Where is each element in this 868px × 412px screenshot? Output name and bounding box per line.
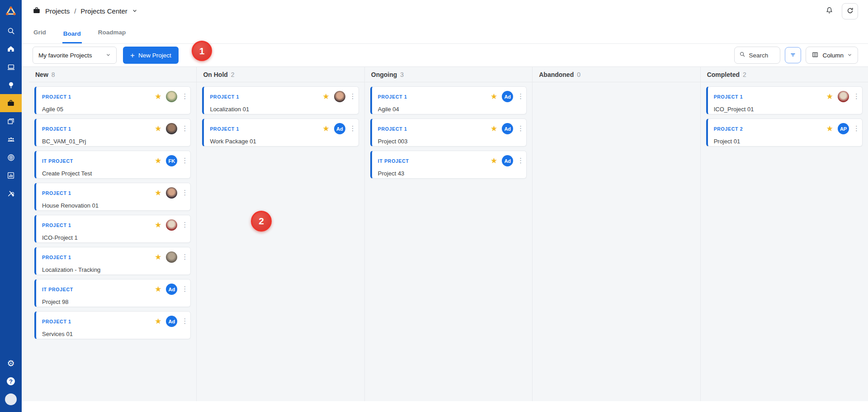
briefcase-icon — [33, 6, 41, 16]
kebab-menu-icon[interactable]: ⋮ — [181, 127, 186, 130]
sidebar-item-reports[interactable] — [0, 166, 22, 185]
tab-roadmap[interactable]: Roadmap — [97, 29, 127, 43]
star-icon[interactable]: ★ — [491, 93, 497, 100]
sidebar-item-help[interactable]: ? — [0, 372, 22, 390]
sidebar-item-workspace[interactable] — [0, 58, 22, 76]
kebab-menu-icon[interactable]: ⋮ — [181, 320, 186, 323]
project-card[interactable]: IT PROJECT ★ Ad ⋮ Project 98 — [34, 279, 191, 307]
column-view-select[interactable]: Column — [806, 47, 858, 64]
home-icon — [7, 45, 15, 53]
project-card[interactable]: PROJECT 1 ★ ⋮ Localization - Tracking — [34, 247, 191, 275]
star-icon[interactable]: ★ — [155, 125, 161, 133]
kebab-menu-icon[interactable]: ⋮ — [349, 95, 354, 98]
sidebar-item-projects[interactable] — [0, 94, 22, 112]
star-icon[interactable]: ★ — [491, 157, 497, 165]
assignee-avatar[interactable]: Ad — [502, 155, 513, 166]
assignee-avatar[interactable] — [166, 123, 177, 134]
search-input[interactable] — [749, 52, 776, 59]
chevron-down-icon[interactable] — [132, 7, 137, 15]
star-icon[interactable]: ★ — [155, 253, 161, 261]
kebab-menu-icon[interactable]: ⋮ — [517, 127, 522, 130]
sidebar-item-profile[interactable] — [0, 390, 22, 408]
kebab-menu-icon[interactable]: ⋮ — [181, 223, 186, 227]
project-card[interactable]: PROJECT 1 ★ Ad ⋮ Services 01 — [34, 311, 191, 339]
assignee-avatar[interactable]: Ad — [166, 316, 177, 327]
sidebar-item-admin-tools[interactable] — [0, 185, 22, 203]
tab-board[interactable]: Board — [62, 30, 82, 43]
column-cards: PROJECT 1 ★ ⋮ Agile 05 PROJECT 1 ★ ⋮ BC_… — [29, 82, 196, 343]
column-name: New — [35, 71, 48, 78]
star-icon[interactable]: ★ — [155, 93, 161, 100]
app-root: ⚙ ? Projects / Projects Center — [0, 0, 868, 412]
star-icon[interactable]: ★ — [155, 157, 161, 165]
briefcase-icon — [7, 99, 15, 107]
tab-grid[interactable]: Grid — [33, 29, 47, 43]
new-project-button[interactable]: + New Project — [123, 47, 179, 64]
project-card[interactable]: IT PROJECT ★ Ad ⋮ Project 43 — [370, 151, 527, 179]
kebab-menu-icon[interactable]: ⋮ — [853, 95, 858, 98]
project-card[interactable]: IT PROJECT ★ FK ⋮ Create Project Test — [34, 151, 191, 179]
kebab-menu-icon[interactable]: ⋮ — [517, 95, 522, 98]
bell-icon — [825, 6, 834, 16]
assignee-avatar[interactable]: Ad — [502, 91, 513, 102]
star-icon[interactable]: ★ — [826, 93, 833, 100]
assignee-avatar[interactable]: AP — [838, 123, 849, 134]
star-icon[interactable]: ★ — [155, 317, 161, 325]
project-filter-select[interactable]: My favorite Projects — [33, 47, 117, 64]
notifications-button[interactable] — [825, 6, 834, 16]
star-icon[interactable]: ★ — [155, 285, 161, 293]
project-card[interactable]: PROJECT 1 ★ Ad ⋮ Work Package 01 — [202, 118, 359, 147]
sidebar-item-settings[interactable]: ⚙ — [0, 354, 22, 372]
refresh-button[interactable] — [842, 3, 858, 19]
star-icon[interactable]: ★ — [491, 125, 497, 133]
project-name: Localization - Tracking — [42, 266, 186, 273]
kebab-menu-icon[interactable]: ⋮ — [853, 127, 858, 130]
kebab-menu-icon[interactable]: ⋮ — [181, 159, 186, 162]
assignee-avatar[interactable]: Ad — [502, 123, 513, 134]
assignee-avatar[interactable] — [334, 91, 345, 102]
sidebar-item-ideas[interactable] — [0, 76, 22, 94]
search-field[interactable] — [734, 47, 780, 64]
project-card[interactable]: PROJECT 2 ★ AP ⋮ Project 01 — [706, 118, 863, 147]
project-card[interactable]: PROJECT 1 ★ ⋮ BC_VAM_01_Prj — [34, 118, 191, 147]
assignee-avatar[interactable] — [166, 219, 177, 231]
assignee-avatar[interactable] — [166, 187, 177, 199]
star-icon[interactable]: ★ — [323, 125, 330, 133]
sidebar-item-search[interactable] — [0, 22, 22, 40]
kebab-menu-icon[interactable]: ⋮ — [517, 159, 522, 162]
breadcrumb-current[interactable]: Projects Center — [80, 7, 127, 15]
sidebar-item-goals[interactable] — [0, 148, 22, 166]
assignee-avatar[interactable] — [166, 251, 177, 263]
sidebar-item-teams[interactable] — [0, 130, 22, 148]
project-card[interactable]: PROJECT 1 ★ ⋮ Agile 05 — [34, 86, 191, 114]
kebab-menu-icon[interactable]: ⋮ — [181, 95, 186, 98]
kebab-menu-icon[interactable]: ⋮ — [181, 191, 186, 194]
project-card[interactable]: PROJECT 1 ★ ⋮ House Renovation 01 — [34, 183, 191, 211]
kebab-menu-icon[interactable]: ⋮ — [349, 127, 354, 130]
breadcrumb-section[interactable]: Projects — [45, 7, 70, 15]
kebab-menu-icon[interactable]: ⋮ — [181, 288, 186, 291]
horizontal-scrollbar[interactable] — [22, 401, 868, 412]
assignee-avatar[interactable] — [838, 91, 849, 102]
star-icon[interactable]: ★ — [323, 93, 330, 100]
project-name: BC_VAM_01_Prj — [42, 138, 186, 145]
project-type-label: PROJECT 1 — [42, 190, 155, 196]
kebab-menu-icon[interactable]: ⋮ — [181, 256, 186, 259]
sidebar-item-portfolios[interactable] — [0, 112, 22, 130]
star-icon[interactable]: ★ — [155, 221, 161, 229]
assignee-avatar[interactable]: FK — [166, 155, 177, 166]
star-icon[interactable]: ★ — [826, 125, 833, 133]
plus-icon: + — [130, 52, 135, 59]
project-card[interactable]: PROJECT 1 ★ Ad ⋮ Agile 04 — [370, 86, 527, 114]
project-card[interactable]: PROJECT 1 ★ Ad ⋮ Project 003 — [370, 118, 527, 147]
star-icon[interactable]: ★ — [155, 189, 161, 197]
project-card[interactable]: PROJECT 1 ★ ⋮ ICO_Project 01 — [706, 86, 863, 114]
sidebar-item-home[interactable] — [0, 40, 22, 58]
project-name: Project 98 — [42, 298, 186, 305]
project-card[interactable]: PROJECT 1 ★ ⋮ ICO-Project 1 — [34, 215, 191, 243]
assignee-avatar[interactable] — [166, 91, 177, 102]
assignee-avatar[interactable]: Ad — [166, 284, 177, 295]
assignee-avatar[interactable]: Ad — [334, 123, 345, 134]
filter-button[interactable] — [785, 47, 801, 63]
project-card[interactable]: PROJECT 1 ★ ⋮ Localization 01 — [202, 86, 359, 114]
